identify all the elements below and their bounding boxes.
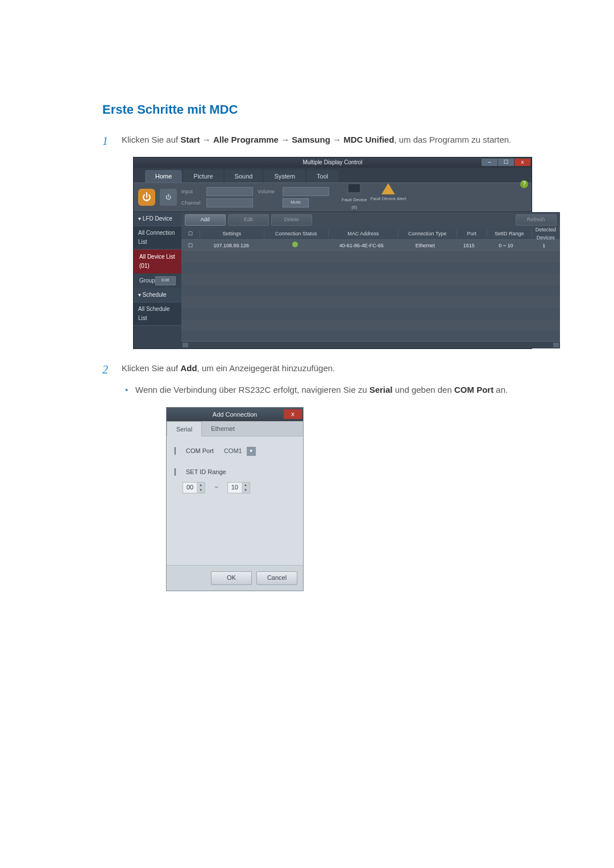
col-setid-range: SetID Range bbox=[487, 230, 532, 238]
arrow-icon: → bbox=[279, 135, 292, 144]
kw-start: Start bbox=[180, 135, 200, 144]
tab-sound[interactable]: Sound bbox=[225, 170, 263, 182]
col-settings: Settings bbox=[200, 230, 264, 238]
label: Schedule bbox=[143, 292, 167, 298]
power-on-icon[interactable]: ⏻ bbox=[138, 189, 155, 206]
window-close-button[interactable]: x bbox=[515, 159, 530, 166]
comport-select[interactable]: COM1 ▼ bbox=[219, 446, 256, 457]
text: Klicken Sie auf bbox=[122, 135, 180, 144]
main-panel: Add Edit Delete Refresh ☐ Settings Conne… bbox=[181, 212, 560, 348]
add-button[interactable]: Add bbox=[185, 214, 226, 226]
col-checkbox[interactable]: ☐ bbox=[181, 230, 200, 238]
col-connection-status: Connection Status bbox=[264, 230, 329, 238]
spin-up-icon[interactable]: ▲ bbox=[242, 483, 250, 488]
window-title: Multiple Display Control bbox=[302, 159, 362, 165]
step-2: 2 Klicken Sie auf Add, um ein Anzeigeger… bbox=[102, 362, 546, 591]
status-dot-icon bbox=[292, 242, 298, 247]
group-label: Group bbox=[139, 276, 155, 285]
ribbon: ⏻ ⏻ Input Channel Volume Mute bbox=[134, 182, 532, 212]
comport-value: COM1 bbox=[219, 445, 247, 458]
power-off-icon[interactable]: ⏻ bbox=[160, 189, 177, 206]
tab-picture[interactable]: Picture bbox=[183, 170, 223, 182]
add-connection-dialog: Add Connection x Serial Ethernet ▎ bbox=[166, 407, 304, 591]
step-number: 2 bbox=[102, 360, 108, 379]
fault-alert-indicator[interactable]: Fault Device Alert bbox=[370, 183, 406, 211]
col-mac: MAC Address bbox=[329, 230, 399, 238]
text: an. bbox=[493, 385, 508, 394]
sidebar-item-all-connection[interactable]: All Connection List bbox=[134, 226, 181, 250]
range-to-value: 10 bbox=[228, 483, 242, 493]
tab-system[interactable]: System bbox=[264, 170, 305, 182]
kw-alle-programme: Alle Programme bbox=[213, 135, 279, 144]
help-icon[interactable]: ? bbox=[520, 180, 528, 188]
col-port: Port bbox=[457, 230, 487, 238]
kw-serial: Serial bbox=[370, 385, 393, 394]
substep-serial: Wenn die Verbindung über RS232C erfolgt,… bbox=[135, 383, 546, 591]
cell-mac: 40-61-86-4E-FC-65 bbox=[327, 242, 396, 250]
step-number: 1 bbox=[102, 132, 108, 150]
edit-button[interactable]: Edit bbox=[228, 214, 269, 226]
sidebar-section-schedule[interactable]: ▾ Schedule bbox=[134, 288, 181, 302]
window-maximize-button[interactable]: ☐ bbox=[498, 159, 514, 166]
warning-icon bbox=[381, 183, 395, 194]
ribbon-input-label: Input bbox=[181, 188, 204, 196]
text: und geben den bbox=[393, 385, 454, 394]
sidebar-item-all-schedule[interactable]: All Schedule List bbox=[134, 302, 181, 326]
monitor-icon bbox=[346, 183, 362, 196]
arrow-icon: → bbox=[330, 135, 343, 144]
text: Klicken Sie auf bbox=[122, 363, 180, 373]
page-title: Erste Schritte mit MDC bbox=[102, 102, 546, 117]
window-minimize-button[interactable]: – bbox=[482, 159, 497, 166]
tab-home[interactable]: Home bbox=[145, 170, 182, 182]
cell-ip: 107.108.89.126 bbox=[200, 242, 263, 250]
range-separator: ~ bbox=[214, 483, 218, 493]
fault-device-indicator[interactable]: Fault Device (0) bbox=[342, 183, 367, 211]
input-select[interactable] bbox=[206, 187, 253, 196]
main-tabs: Home Picture Sound System Tool bbox=[134, 168, 532, 182]
cell-type: Ethernet bbox=[396, 242, 454, 250]
spin-up-icon[interactable]: ▲ bbox=[197, 483, 205, 488]
dialog-titlebar: Add Connection x bbox=[167, 408, 303, 421]
tab-serial[interactable]: Serial bbox=[167, 421, 202, 437]
volume-field[interactable] bbox=[283, 187, 329, 196]
refresh-button[interactable]: Refresh bbox=[516, 214, 557, 226]
spin-down-icon[interactable]: ▼ bbox=[242, 488, 250, 493]
tab-ethernet[interactable]: Ethernet bbox=[202, 421, 244, 436]
comport-label: COM Port bbox=[186, 446, 214, 456]
horizontal-scrollbar[interactable] bbox=[181, 341, 560, 348]
text: , um ein Anzeigegerät hinzuzufügen. bbox=[197, 363, 335, 373]
ok-button[interactable]: OK bbox=[211, 571, 252, 585]
text: Wenn die Verbindung über RS232C erfolgt,… bbox=[135, 385, 370, 394]
chevron-down-icon: ▾ bbox=[138, 292, 141, 298]
chevron-down-icon: ▾ bbox=[138, 215, 141, 222]
delete-button[interactable]: Delete bbox=[271, 214, 312, 226]
step-text: Klicken Sie auf Add, um ein Anzeigegerät… bbox=[122, 363, 335, 373]
range-from-stepper[interactable]: 00 ▲▼ bbox=[182, 482, 205, 493]
range-to-stepper[interactable]: 10 ▲▼ bbox=[227, 482, 250, 493]
dialog-title: Add Connection bbox=[213, 411, 257, 418]
cell-port: 1515 bbox=[454, 242, 484, 250]
cancel-button[interactable]: Cancel bbox=[256, 571, 297, 585]
channel-select[interactable] bbox=[206, 198, 253, 207]
spin-down-icon[interactable]: ▼ bbox=[197, 488, 205, 493]
mdc-window: Multiple Display Control – ☐ x ? Home Pi… bbox=[133, 157, 532, 349]
row-checkbox[interactable]: ☐ bbox=[188, 243, 193, 248]
empty-rows bbox=[181, 251, 560, 341]
arrow-icon: → bbox=[200, 135, 213, 144]
sidebar-item-group: Group Edit bbox=[134, 273, 181, 288]
window-titlebar: Multiple Display Control – ☐ x bbox=[134, 157, 532, 168]
table-row[interactable]: ☐ 107.108.89.126 40-61-86-4E-FC-65 Ether… bbox=[181, 240, 560, 251]
dropdown-icon[interactable]: ▼ bbox=[247, 447, 256, 456]
tab-tool[interactable]: Tool bbox=[306, 170, 338, 182]
cell-detected: 1 bbox=[528, 242, 560, 250]
dialog-close-button[interactable]: x bbox=[284, 409, 302, 419]
setid-range-label: SET ID Range bbox=[186, 467, 226, 477]
sidebar-section-lfd[interactable]: ▾ LFD Device bbox=[134, 212, 181, 226]
mute-button[interactable]: Mute bbox=[283, 198, 309, 207]
sidebar-item-all-device-list[interactable]: All Device List (01) bbox=[134, 250, 181, 273]
step-1: 1 Klicken Sie auf Start → Alle Programme… bbox=[102, 133, 546, 349]
field-marker-icon: ▎ bbox=[175, 446, 179, 456]
group-edit-button[interactable]: Edit bbox=[155, 276, 176, 285]
text: , um das Programm zu starten. bbox=[394, 135, 511, 144]
col-connection-type: Connection Type bbox=[399, 230, 457, 238]
